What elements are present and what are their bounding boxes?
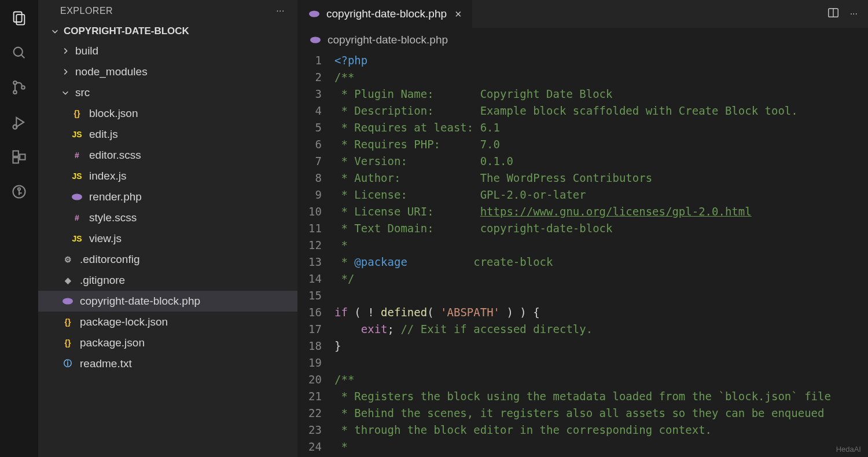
svg-point-17 <box>62 298 73 305</box>
tree-label: style.scss <box>89 211 137 224</box>
tab-bar: copyright-date-block.php × ··· <box>297 0 868 28</box>
svg-rect-0 <box>14 12 22 23</box>
json-icon: {} <box>61 317 74 327</box>
source-control-icon[interactable] <box>9 78 29 97</box>
tree-label: package-lock.json <box>80 316 168 328</box>
tab-filename: copyright-date-block.php <box>326 8 447 20</box>
svg-point-16 <box>72 194 82 200</box>
tree-label: editor.scss <box>89 149 141 162</box>
svg-line-3 <box>21 55 25 59</box>
svg-rect-9 <box>13 151 19 156</box>
svg-point-18 <box>309 11 319 17</box>
file-edit-js[interactable]: JS edit.js <box>38 124 297 145</box>
file-copyright-date-block-php[interactable]: copyright-date-block.php <box>38 291 297 312</box>
svg-point-13 <box>18 188 20 190</box>
tree-label: src <box>75 86 90 99</box>
gear-icon: ⚙ <box>61 255 74 264</box>
js-icon: JS <box>71 130 83 139</box>
js-icon: JS <box>71 171 83 181</box>
file-view-js[interactable]: JS view.js <box>38 228 297 249</box>
php-icon <box>308 10 321 18</box>
svg-point-6 <box>21 86 25 89</box>
file-gitignore[interactable]: ◆ .gitignore <box>38 270 297 291</box>
search-icon[interactable] <box>9 43 29 63</box>
chevron-down-icon <box>61 89 69 97</box>
git-icon: ◆ <box>61 276 74 285</box>
project-name: COPYRIGHT-DATE-BLOCK <box>64 25 189 37</box>
folder-src[interactable]: src <box>38 82 297 103</box>
tree-label: .editorconfig <box>80 253 140 266</box>
folder-node-modules[interactable]: node_modules <box>38 61 297 82</box>
json-icon: {} <box>61 338 74 348</box>
file-block-json[interactable]: {} block.json <box>38 103 297 124</box>
php-icon <box>309 36 322 44</box>
file-index-js[interactable]: JS index.js <box>38 166 297 187</box>
svg-rect-10 <box>13 158 19 163</box>
json-icon: {} <box>71 109 83 118</box>
svg-rect-11 <box>20 154 25 159</box>
scss-icon: # <box>71 213 83 222</box>
tree-label: render.php <box>89 191 142 203</box>
breadcrumb[interactable]: copyright-date-block.php <box>297 28 868 52</box>
php-icon <box>71 193 83 201</box>
svg-point-4 <box>13 81 17 85</box>
tree-label: index.js <box>89 170 126 182</box>
tree-label: copyright-date-block.php <box>80 295 200 308</box>
svg-rect-1 <box>16 14 24 24</box>
activity-bar <box>0 0 38 457</box>
folder-build[interactable]: build <box>38 41 297 61</box>
tree-label: package.json <box>80 337 145 349</box>
run-debug-icon[interactable] <box>9 112 29 132</box>
tab-active[interactable]: copyright-date-block.php × <box>297 0 473 28</box>
code-editor[interactable]: 123456789101112131415161718192021222324 … <box>297 52 868 457</box>
editor-area: copyright-date-block.php × ··· copyright… <box>297 0 868 457</box>
svg-point-2 <box>14 47 23 56</box>
explorer-title: EXPLORER <box>60 6 113 16</box>
watermark: HedaAI <box>836 445 861 454</box>
split-editor-icon[interactable] <box>827 6 840 21</box>
scss-icon: # <box>71 151 83 160</box>
source-control-graph-icon[interactable] <box>9 182 29 202</box>
info-icon: ⓘ <box>61 359 74 369</box>
tree-label: .gitignore <box>80 274 125 287</box>
php-icon <box>61 297 74 305</box>
svg-point-21 <box>310 37 321 43</box>
chevron-right-icon <box>61 47 69 55</box>
tree-label: block.json <box>89 107 138 120</box>
file-style-scss[interactable]: # style.scss <box>38 207 297 228</box>
file-package-lock-json[interactable]: {} package-lock.json <box>38 312 297 332</box>
svg-point-5 <box>13 90 17 94</box>
tree-label: edit.js <box>89 128 118 141</box>
tree-label: readme.txt <box>80 357 132 370</box>
svg-point-8 <box>13 125 17 129</box>
breadcrumb-filename: copyright-date-block.php <box>328 34 448 46</box>
line-number-gutter: 123456789101112131415161718192021222324 <box>297 52 334 457</box>
file-editor-scss[interactable]: # editor.scss <box>38 145 297 166</box>
editor-more-icon[interactable]: ··· <box>850 9 858 19</box>
close-icon[interactable]: × <box>453 8 464 21</box>
file-editorconfig[interactable]: ⚙ .editorconfig <box>38 249 297 270</box>
code-content[interactable]: <?php /** * Plugin Name: Copyright Date … <box>334 52 868 457</box>
file-render-php[interactable]: render.php <box>38 187 297 207</box>
tree-label: build <box>75 45 98 57</box>
tree-label: view.js <box>89 232 122 245</box>
js-icon: JS <box>71 234 83 243</box>
extensions-icon[interactable] <box>9 147 29 167</box>
file-package-json[interactable]: {} package.json <box>38 332 297 353</box>
explorer-sidebar: EXPLORER ··· COPYRIGHT-DATE-BLOCK build … <box>38 0 297 457</box>
tree-label: node_modules <box>75 65 148 78</box>
explorer-icon[interactable] <box>9 8 29 28</box>
project-folder-header[interactable]: COPYRIGHT-DATE-BLOCK <box>38 22 297 41</box>
file-readme-txt[interactable]: ⓘ readme.txt <box>38 353 297 374</box>
chevron-right-icon <box>61 68 69 76</box>
explorer-more-icon[interactable]: ··· <box>276 6 285 16</box>
file-tree: build node_modules src {} block.json JS … <box>38 41 297 457</box>
chevron-down-icon <box>51 27 59 35</box>
svg-marker-7 <box>16 118 24 127</box>
